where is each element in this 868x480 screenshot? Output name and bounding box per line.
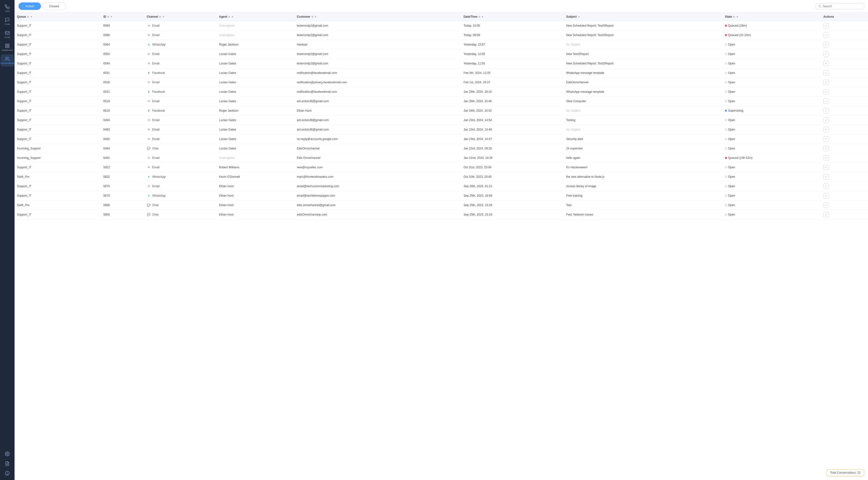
state-filter-icon[interactable]: ▼ — [736, 15, 739, 18]
cell-state: Open — [722, 144, 821, 153]
sidebar-item-reports[interactable] — [1, 459, 14, 468]
cell-customer: Edis Omnichannel — [294, 153, 461, 163]
action-check-button[interactable]: ✓ — [824, 202, 829, 208]
subject-text: New Scheduled Report: TestSReport — [566, 33, 614, 37]
cell-state: Open — [722, 210, 821, 219]
state-text: Open — [728, 137, 735, 141]
cell-agent: Roger Jackson — [217, 106, 294, 115]
action-check-button[interactable]: ✓ — [824, 146, 829, 151]
svg-point-10 — [819, 5, 821, 7]
cell-customer: EdisOmnichannel — [294, 144, 461, 153]
action-check-button[interactable]: ✓ — [824, 155, 829, 161]
channel-sort-icon[interactable]: ⇅ — [159, 15, 161, 18]
datetime-sort-icon[interactable]: ⇅ — [478, 15, 480, 18]
action-check-button[interactable]: ✓ — [824, 52, 829, 57]
col-datetime: Date/Time ⇅ ▼ — [461, 12, 564, 21]
subject-no-subject: No Subject — [566, 109, 581, 112]
channel-icon-wrap: 💬 Chat — [147, 203, 158, 207]
action-check-button[interactable]: ✓ — [824, 136, 829, 142]
channel-filter-icon[interactable]: ▼ — [162, 15, 165, 18]
action-check-button[interactable]: ✓ — [824, 193, 829, 198]
cell-channel: f Facebook — [144, 87, 217, 97]
cell-customer: notification@facebookmail.com — [294, 68, 461, 78]
svg-rect-1 — [6, 44, 7, 45]
action-check-button[interactable]: ✓ — [824, 89, 829, 95]
cell-subject: WhatsApp message template — [564, 68, 722, 78]
cell-channel: f Facebook — [144, 106, 217, 115]
datetime-filter-icon[interactable]: ▼ — [481, 15, 484, 18]
col-customer: Customer ⇅ ▼ — [294, 12, 461, 21]
cell-subject: WhatsApp message template — [564, 87, 722, 97]
sidebar-item-settings[interactable] — [1, 449, 14, 458]
channel-icon-wrap: ✉ Email — [147, 61, 159, 66]
svg-line-11 — [820, 7, 821, 7]
cell-channel: ● WhatsApp — [144, 172, 217, 182]
action-check-button[interactable]: ✓ — [824, 23, 829, 28]
agent-name: Lucian Gates — [219, 81, 236, 84]
cell-channel: 💬 Chat — [144, 144, 217, 153]
search-input[interactable] — [823, 5, 862, 8]
tab-active[interactable]: Active — [19, 2, 41, 10]
cell-subject: It's Hackerween! — [564, 163, 722, 172]
cell-id: 6566 — [101, 31, 144, 40]
action-check-button[interactable]: ✓ — [824, 99, 829, 104]
state-sort-icon[interactable]: ⇅ — [733, 15, 735, 18]
cell-actions: ✓ — [821, 97, 868, 106]
queue-sort-icon[interactable]: ⇅ — [27, 15, 29, 18]
action-check-button[interactable]: ✓ — [824, 183, 829, 189]
col-subject-label: Subject — [566, 15, 577, 19]
cell-id: 6481 — [101, 153, 144, 163]
channel-type-icon: ✉ — [147, 184, 151, 188]
sidebar-item-conversations[interactable]: Conversations — [1, 55, 14, 67]
cell-datetime: Yesterday, 11:50 — [461, 59, 564, 68]
table-row: Support_IT 6494 ✉ Email Lucian Gates ant… — [14, 115, 868, 125]
action-check-button[interactable]: ✓ — [824, 117, 829, 123]
cell-subject: hello again — [564, 153, 722, 163]
cell-queue: Support_IT — [14, 68, 101, 78]
action-check-button[interactable]: ✓ — [824, 61, 829, 66]
subject-no-subject: No Subject — [566, 128, 581, 131]
col-channel: Channel ⇅ ▼ — [144, 12, 217, 21]
sidebar-item-chats[interactable]: Chats — [1, 15, 14, 28]
cell-customer: ant.eciton38@gmail.com — [294, 115, 461, 125]
sidebar-item-calls[interactable]: Calls — [1, 2, 14, 14]
action-check-button[interactable]: ✓ — [824, 108, 829, 113]
customer-sort-icon[interactable]: ⇅ — [311, 15, 313, 18]
cell-channel: ✉ Email — [144, 115, 217, 125]
state-dot-open — [725, 63, 727, 64]
agent-filter-icon[interactable]: ▼ — [231, 15, 234, 18]
subject-no-subject: No Subject — [566, 43, 581, 46]
action-check-button[interactable]: ✓ — [824, 165, 829, 170]
id-sort-icon[interactable]: ⇅ — [107, 15, 109, 18]
channel-type-icon: ✉ — [147, 61, 151, 66]
search-box[interactable] — [816, 3, 864, 9]
cell-subject: Free training — [564, 191, 722, 201]
action-check-button[interactable]: ✓ — [824, 127, 829, 132]
cell-queue: Support_IT — [14, 163, 101, 172]
customer-filter-icon[interactable]: ▼ — [314, 15, 317, 18]
action-check-button[interactable]: ✓ — [824, 174, 829, 179]
agent-sort-icon[interactable]: ⇅ — [228, 15, 230, 18]
action-check-button[interactable]: ✓ — [824, 42, 829, 47]
action-check-button[interactable]: ✓ — [824, 70, 829, 75]
action-check-button[interactable]: ✓ — [824, 32, 829, 38]
channel-type-icon: ✉ — [147, 137, 151, 141]
channel-icon-wrap: ● WhatsApp — [147, 42, 165, 47]
sidebar-item-email[interactable]: Email — [1, 29, 14, 41]
action-check-button[interactable]: ✓ — [824, 212, 829, 217]
table-row: Support_IT 6569 ✉ Email Unassigned teste… — [14, 21, 868, 31]
agent-name: Roger Jackson — [219, 109, 238, 112]
action-check-button[interactable]: ✓ — [824, 80, 829, 85]
state-dot-open — [725, 91, 727, 93]
sidebar-item-profile[interactable] — [1, 469, 14, 478]
id-filter-icon[interactable]: ▼ — [110, 15, 113, 18]
queue-filter-icon[interactable]: ▼ — [30, 15, 32, 18]
cell-agent: Unassigned — [217, 31, 294, 40]
subject-filter-icon[interactable]: ▼ — [578, 15, 580, 18]
col-actions-label: Actions — [824, 15, 834, 19]
cell-actions: ✓ — [821, 49, 868, 59]
cell-queue: Support_IT — [14, 49, 101, 59]
tab-closed[interactable]: Closed — [42, 2, 66, 10]
sidebar-item-dashboard[interactable]: Dashboard — [1, 41, 14, 54]
state-dot-open — [725, 119, 727, 121]
